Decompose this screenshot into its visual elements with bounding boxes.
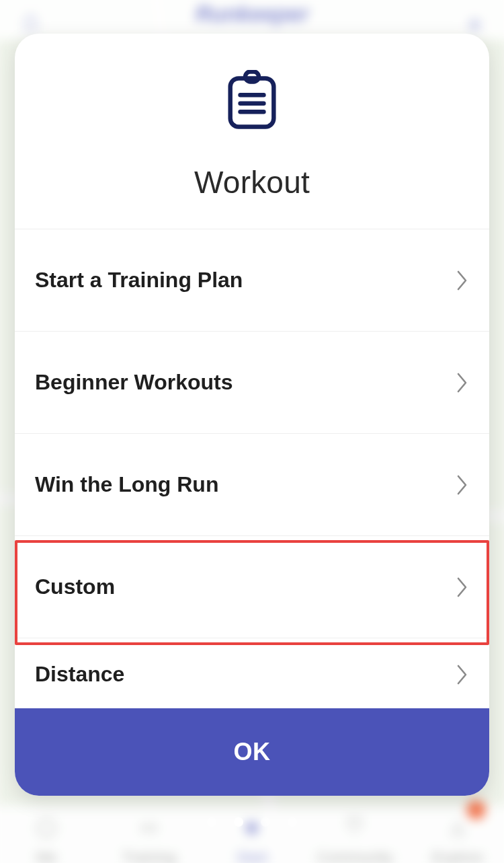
option-start-training-plan[interactable]: Start a Training Plan <box>15 229 489 332</box>
page-indicator <box>207 817 297 827</box>
option-label: Beginner Workouts <box>35 370 233 395</box>
pager-dot <box>207 817 216 827</box>
clipboard-icon <box>15 70 489 132</box>
chevron-right-icon <box>456 269 469 292</box>
option-label: Custom <box>35 574 115 599</box>
chevron-right-icon <box>456 663 469 686</box>
pager-dot <box>288 817 297 827</box>
option-win-the-long-run[interactable]: Win the Long Run <box>15 434 489 536</box>
workout-modal: Workout Start a Training Plan Beginner W… <box>15 34 489 796</box>
modal-body: Workout Start a Training Plan Beginner W… <box>15 34 489 708</box>
pager-dot <box>261 817 270 827</box>
pager-dot-active <box>234 817 243 827</box>
option-beginner-workouts[interactable]: Beginner Workouts <box>15 332 489 434</box>
ok-button-label: OK <box>234 738 271 766</box>
workout-options-list: Start a Training Plan Beginner Workouts … <box>15 229 489 708</box>
option-custom[interactable]: Custom <box>15 536 489 638</box>
chevron-right-icon <box>456 371 469 394</box>
modal-title: Workout <box>15 164 489 200</box>
ok-button[interactable]: OK <box>15 708 489 796</box>
option-label: Win the Long Run <box>35 472 218 497</box>
option-label: Start a Training Plan <box>35 268 243 293</box>
option-distance[interactable]: Distance <box>15 638 489 708</box>
option-label: Distance <box>35 662 124 687</box>
chevron-right-icon <box>456 576 469 599</box>
chevron-right-icon <box>456 474 469 496</box>
